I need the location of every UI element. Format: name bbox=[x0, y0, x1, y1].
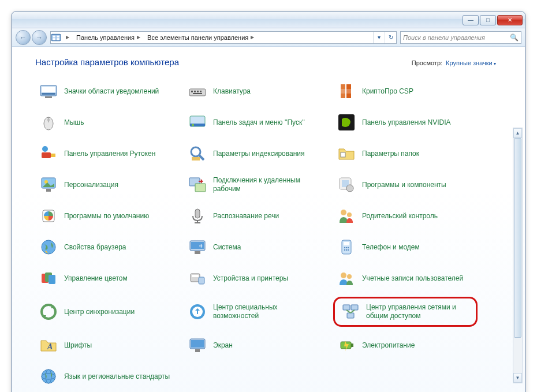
address-dropdown[interactable]: ▾ bbox=[373, 32, 385, 43]
svg-rect-2 bbox=[57, 35, 59, 37]
scroll-up-button[interactable]: ▲ bbox=[513, 128, 522, 138]
svg-rect-69 bbox=[351, 305, 358, 310]
icon-internet bbox=[39, 237, 58, 257]
close-button[interactable]: ✕ bbox=[497, 15, 523, 25]
control-panel-item[interactable]: Мышь bbox=[35, 110, 180, 135]
svg-text:A: A bbox=[47, 342, 53, 351]
forward-button[interactable]: → bbox=[32, 30, 47, 45]
svg-rect-8 bbox=[45, 96, 52, 98]
control-panel-item[interactable]: Персонализация bbox=[35, 172, 180, 197]
control-panel-item[interactable]: Управление цветом bbox=[35, 266, 180, 291]
control-panel-item[interactable]: Параметры индексирования bbox=[184, 141, 329, 166]
control-panel-item[interactable]: Панель задач и меню ''Пуск'' bbox=[184, 110, 329, 135]
item-label: Центр синхронизации bbox=[64, 308, 135, 316]
control-panel-item[interactable]: Параметры папок bbox=[333, 141, 478, 166]
control-panel-item[interactable]: Система bbox=[184, 234, 329, 260]
control-panel-item[interactable]: Клавиатура bbox=[184, 79, 329, 104]
control-panel-item[interactable]: Родительский контроль bbox=[333, 203, 478, 229]
svg-point-44 bbox=[347, 212, 352, 217]
view-by-dropdown[interactable]: Крупные значки bbox=[446, 59, 496, 66]
item-label: Панель задач и меню ''Пуск'' bbox=[213, 118, 305, 127]
svg-rect-6 bbox=[42, 87, 55, 92]
svg-point-56 bbox=[348, 249, 349, 251]
control-panel-item[interactable]: Панель управления NVIDIA bbox=[333, 110, 478, 135]
control-panel-item[interactable]: Программы по умолчанию bbox=[35, 203, 180, 229]
svg-rect-36 bbox=[195, 184, 206, 192]
scroll-track[interactable] bbox=[513, 138, 522, 373]
control-panel-item[interactable]: Центр управления сетями и общим доступом bbox=[333, 297, 478, 327]
control-panel-item[interactable]: Программы и компоненты bbox=[333, 172, 478, 197]
back-button[interactable]: ← bbox=[16, 30, 31, 45]
icon-display bbox=[188, 335, 207, 355]
control-panel-item[interactable]: Электропитание bbox=[333, 333, 478, 358]
svg-rect-31 bbox=[341, 152, 345, 157]
svg-rect-40 bbox=[195, 209, 200, 218]
icon-devices bbox=[188, 268, 207, 288]
svg-rect-17 bbox=[340, 89, 353, 94]
breadcrumb-2[interactable]: Все элементы панели управления▶ bbox=[145, 32, 259, 43]
svg-point-54 bbox=[344, 249, 345, 251]
control-panel-item[interactable]: Свойства браузера bbox=[35, 234, 180, 260]
control-panel-item[interactable]: Устройства и принтеры bbox=[184, 266, 329, 291]
svg-point-28 bbox=[191, 147, 200, 156]
svg-rect-12 bbox=[197, 91, 199, 92]
maximize-button[interactable]: □ bbox=[480, 15, 496, 25]
scroll-thumb[interactable] bbox=[514, 138, 521, 338]
control-panel-item[interactable]: КриптоПро CSP bbox=[333, 79, 478, 104]
item-label: Электропитание bbox=[362, 341, 415, 350]
icon-mouse bbox=[39, 113, 58, 132]
svg-point-64 bbox=[347, 274, 352, 279]
svg-point-55 bbox=[346, 249, 347, 251]
control-panel-item[interactable]: Язык и региональные стандарты bbox=[35, 364, 180, 389]
icon-personalization bbox=[39, 175, 58, 195]
svg-rect-62 bbox=[199, 277, 204, 284]
svg-rect-59 bbox=[49, 275, 55, 284]
control-panel-item[interactable]: Телефон и модем bbox=[333, 234, 478, 260]
control-panel-item[interactable]: Экран bbox=[184, 333, 329, 358]
control-panel-item[interactable]: Центр синхронизации bbox=[35, 297, 180, 327]
icon-speech bbox=[188, 206, 207, 226]
svg-point-23 bbox=[192, 124, 194, 126]
control-panel-item[interactable]: Подключения к удаленным рабочим bbox=[184, 172, 329, 197]
svg-line-29 bbox=[199, 155, 204, 160]
breadcrumb-sep[interactable]: ▶ bbox=[61, 32, 74, 43]
icon-sync bbox=[39, 302, 58, 322]
icon-color bbox=[39, 268, 58, 288]
search-input[interactable]: Поиск в панели управления 🔍 bbox=[400, 31, 521, 44]
icon-users bbox=[337, 268, 356, 288]
svg-rect-34 bbox=[46, 189, 51, 192]
svg-rect-10 bbox=[191, 91, 193, 92]
scroll-down-button[interactable]: ▼ bbox=[513, 373, 522, 383]
svg-point-65 bbox=[42, 305, 55, 319]
svg-rect-26 bbox=[51, 154, 55, 157]
scrollbar[interactable]: ▲ ▼ bbox=[513, 128, 523, 383]
icon-indexing bbox=[188, 144, 207, 163]
svg-rect-30 bbox=[192, 157, 200, 160]
control-panel-item[interactable]: Учетные записи пользователей bbox=[333, 266, 478, 291]
control-panel-item[interactable]: AШрифты bbox=[35, 333, 180, 358]
address-bar[interactable]: ▶ Панель управления▶ Все элементы панели… bbox=[50, 31, 397, 44]
view-by-label: Просмотр: bbox=[412, 59, 442, 66]
item-label: Система bbox=[213, 243, 241, 252]
item-label: Персонализация bbox=[64, 181, 118, 189]
item-label: Программы по умолчанию bbox=[64, 212, 149, 221]
item-label: Параметры индексирования bbox=[213, 150, 304, 158]
svg-rect-75 bbox=[191, 340, 204, 348]
svg-rect-70 bbox=[347, 313, 354, 318]
minimize-button[interactable]: — bbox=[463, 15, 479, 25]
icon-taskbar bbox=[188, 113, 207, 132]
breadcrumb-1[interactable]: Панель управления▶ bbox=[74, 32, 145, 43]
control-panel-item[interactable]: Значки области уведомлений bbox=[35, 79, 180, 104]
refresh-button[interactable]: ↻ bbox=[385, 32, 396, 43]
item-label: Учетные записи пользователей bbox=[362, 274, 463, 283]
toolbar: ← → ▶ Панель управления▶ Все элементы па… bbox=[12, 28, 525, 47]
item-label: Язык и региональные стандарты bbox=[64, 372, 170, 381]
control-panel-item[interactable]: Распознавание речи bbox=[184, 203, 329, 229]
item-label: Центр специальных возможностей bbox=[213, 303, 325, 320]
control-panel-item[interactable]: Центр специальных возможностей bbox=[184, 297, 329, 327]
svg-point-38 bbox=[346, 185, 353, 192]
icon-parental bbox=[337, 206, 356, 226]
svg-rect-25 bbox=[42, 152, 51, 158]
control-panel-item[interactable]: Панель управления Рутокен bbox=[35, 141, 180, 166]
items-grid: Значки области уведомленийКлавиатураКрип… bbox=[35, 79, 508, 389]
